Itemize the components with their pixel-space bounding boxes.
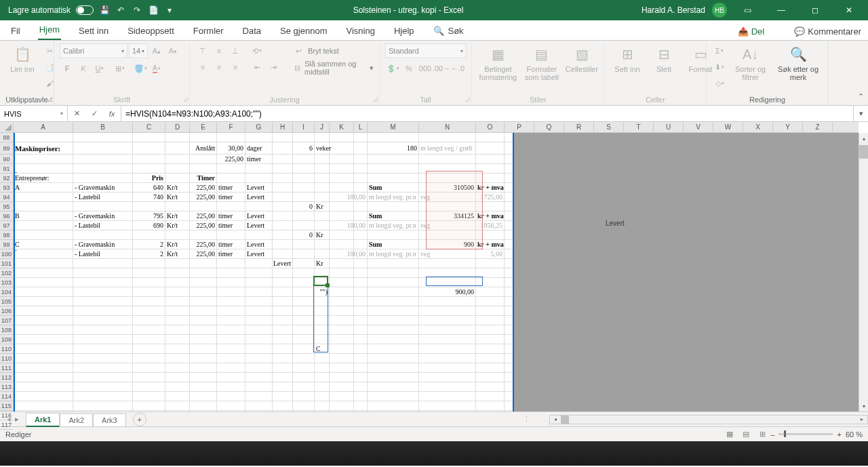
cell[interactable] bbox=[14, 192, 73, 201]
cell[interactable] bbox=[73, 287, 133, 296]
cell[interactable] bbox=[165, 335, 190, 344]
cell[interactable] bbox=[133, 230, 165, 239]
cell[interactable] bbox=[165, 363, 190, 372]
cell[interactable] bbox=[293, 354, 315, 363]
col-header-D[interactable]: D bbox=[165, 122, 190, 132]
normal-view-icon[interactable]: ▦ bbox=[722, 430, 738, 439]
wrap-text-button[interactable]: ↩Bryt tekst bbox=[292, 43, 374, 58]
cell[interactable] bbox=[419, 278, 476, 287]
cell[interactable] bbox=[165, 202, 190, 211]
enter-formula-icon[interactable]: ✓ bbox=[85, 109, 103, 118]
cell[interactable] bbox=[368, 230, 419, 239]
cell[interactable] bbox=[73, 259, 133, 268]
cell[interactable] bbox=[354, 183, 368, 192]
col-header-Z[interactable]: Z bbox=[803, 122, 833, 132]
cell[interactable] bbox=[354, 411, 368, 411]
row-header-114[interactable]: 114 bbox=[0, 392, 13, 401]
cell[interactable] bbox=[293, 259, 315, 268]
cut-icon[interactable]: ✂ bbox=[42, 43, 57, 58]
cell[interactable] bbox=[354, 155, 368, 163]
cell[interactable] bbox=[315, 335, 330, 344]
tab-se-gjennom[interactable]: Se gjennom bbox=[279, 22, 328, 40]
cell[interactable] bbox=[354, 164, 368, 173]
col-header-A[interactable]: A bbox=[14, 122, 73, 132]
cell[interactable] bbox=[354, 392, 368, 401]
cell[interactable] bbox=[245, 392, 273, 401]
horizontal-scrollbar[interactable]: ◂ ▸ bbox=[549, 415, 868, 424]
cell[interactable] bbox=[354, 259, 368, 268]
cell[interactable] bbox=[476, 392, 505, 401]
cell[interactable] bbox=[190, 306, 217, 315]
cell[interactable] bbox=[273, 230, 293, 239]
col-header-L[interactable]: L bbox=[354, 122, 368, 132]
cell[interactable]: m lengd veg. pr.n bbox=[368, 192, 419, 201]
cell[interactable] bbox=[368, 316, 419, 325]
cell[interactable] bbox=[190, 382, 217, 391]
cell[interactable]: Kr/t bbox=[165, 240, 190, 249]
cell[interactable]: 1856,25 bbox=[476, 221, 505, 230]
cell[interactable]: - Gravemaskin bbox=[73, 211, 133, 220]
cell[interactable] bbox=[165, 278, 190, 287]
cell[interactable]: - Gravemaskin bbox=[73, 183, 133, 192]
cell[interactable]: timer bbox=[217, 183, 245, 192]
cell[interactable] bbox=[190, 278, 217, 287]
cell[interactable] bbox=[419, 133, 476, 142]
cell[interactable]: 180,00 bbox=[354, 249, 368, 258]
cell[interactable] bbox=[315, 164, 330, 173]
cell[interactable] bbox=[354, 287, 368, 296]
share-button[interactable]: 📤Del bbox=[731, 23, 772, 40]
cell[interactable] bbox=[354, 211, 368, 220]
cell[interactable] bbox=[368, 164, 419, 173]
cell[interactable] bbox=[368, 363, 419, 372]
zoom-slider[interactable] bbox=[778, 433, 833, 435]
cell[interactable] bbox=[293, 382, 315, 391]
row-header-93[interactable]: 93 bbox=[0, 183, 13, 192]
cell[interactable] bbox=[315, 392, 330, 401]
cell[interactable] bbox=[293, 240, 315, 249]
cell[interactable]: Anslått bbox=[190, 142, 217, 154]
cell[interactable] bbox=[165, 164, 190, 173]
cell[interactable]: Entreprenør: bbox=[14, 174, 73, 182]
percent-icon[interactable]: % bbox=[401, 61, 416, 76]
cell[interactable] bbox=[273, 211, 293, 220]
cell[interactable] bbox=[14, 335, 73, 344]
cell[interactable] bbox=[330, 401, 354, 410]
cell[interactable] bbox=[133, 325, 165, 334]
cell[interactable] bbox=[133, 278, 165, 287]
cell[interactable]: Kr/t bbox=[165, 221, 190, 230]
increase-font-icon[interactable]: A▴ bbox=[149, 43, 164, 58]
find-select-button[interactable]: 🔍Søk etter og merk bbox=[774, 43, 823, 83]
cell[interactable] bbox=[354, 230, 368, 239]
cell[interactable] bbox=[73, 278, 133, 287]
cell[interactable]: 225,00 bbox=[190, 249, 217, 258]
page-layout-view-icon[interactable]: ▤ bbox=[738, 430, 754, 439]
cell[interactable] bbox=[368, 297, 419, 306]
cell[interactable] bbox=[315, 325, 330, 334]
cell[interactable] bbox=[315, 221, 330, 230]
cell[interactable] bbox=[273, 411, 293, 411]
cell[interactable] bbox=[273, 268, 293, 277]
cell[interactable] bbox=[330, 278, 354, 287]
cell[interactable]: 180,00 bbox=[354, 221, 368, 230]
cell[interactable] bbox=[330, 316, 354, 325]
cell[interactable] bbox=[190, 133, 217, 142]
cell[interactable] bbox=[73, 392, 133, 401]
cell[interactable] bbox=[245, 230, 273, 239]
cell[interactable] bbox=[217, 411, 245, 411]
cell[interactable] bbox=[419, 382, 476, 391]
cell[interactable] bbox=[315, 382, 330, 391]
col-header-Q[interactable]: Q bbox=[534, 122, 564, 132]
cell[interactable] bbox=[217, 230, 245, 239]
cell[interactable] bbox=[476, 133, 505, 142]
sheet-tab-ark2[interactable]: Ark2 bbox=[60, 413, 93, 426]
select-all-corner[interactable] bbox=[0, 122, 14, 133]
row-header-98[interactable]: 98 bbox=[0, 230, 13, 240]
cell[interactable] bbox=[315, 174, 330, 182]
formula-input[interactable]: =HVIS(N104=N93:N100;A93:A100;"") bbox=[121, 106, 853, 121]
cell[interactable]: 2 bbox=[133, 240, 165, 249]
row-header-116[interactable]: 116 bbox=[0, 411, 13, 420]
cell[interactable] bbox=[245, 354, 273, 363]
cell[interactable] bbox=[354, 133, 368, 142]
cell[interactable] bbox=[293, 373, 315, 382]
cell[interactable] bbox=[476, 316, 505, 325]
